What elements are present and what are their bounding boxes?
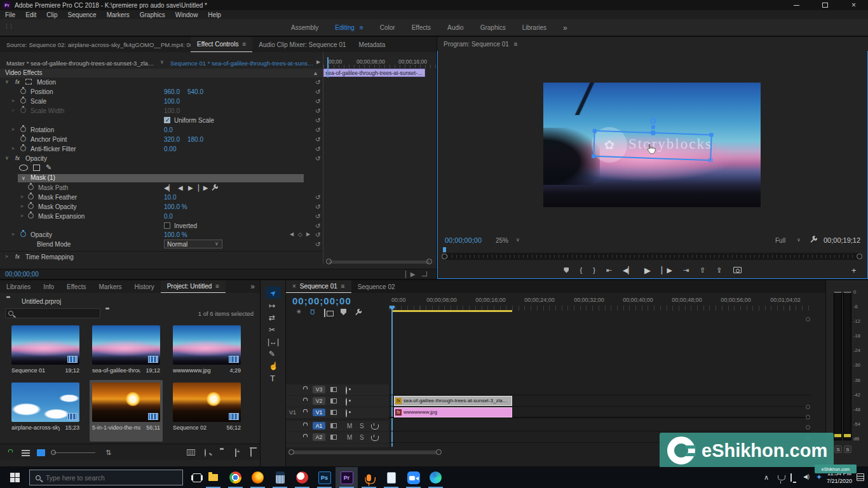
- taskbar-voice-recorder[interactable]: [358, 467, 380, 488]
- uniform-scale-checkbox[interactable]: [164, 117, 170, 123]
- expand-icon[interactable]: [20, 194, 24, 200]
- tab-sequence-01[interactable]: Sequence 01: [286, 280, 351, 293]
- tab-info[interactable]: Info: [37, 280, 60, 293]
- source-patch-v1[interactable]: V1: [289, 409, 296, 416]
- track-scroll-dot[interactable]: [806, 425, 810, 430]
- ec-resize-icon[interactable]: [422, 271, 427, 276]
- scrubber-knob-left[interactable]: [442, 254, 447, 259]
- reset-icon[interactable]: [315, 146, 320, 152]
- reset-icon[interactable]: [315, 155, 320, 162]
- project-search-box[interactable]: [5, 308, 100, 318]
- zoom-slider-knob[interactable]: [51, 450, 56, 455]
- pen-mask-tool-icon[interactable]: [46, 163, 51, 172]
- clip-v1[interactable]: wwwwwww.jpg: [394, 407, 512, 417]
- go-to-out-icon[interactable]: [683, 266, 689, 274]
- item-name[interactable]: wwwwwww.jpg: [173, 367, 211, 376]
- track-badge[interactable]: V3: [313, 386, 325, 393]
- reset-icon[interactable]: [315, 241, 320, 248]
- scale-value[interactable]: 100.0: [164, 98, 180, 105]
- program-scrubber[interactable]: [442, 253, 862, 260]
- tray-show-hidden-icon[interactable]: [764, 473, 769, 482]
- tab-effect-controls[interactable]: Effect Controls: [191, 37, 252, 52]
- taskbar-search-box[interactable]: [29, 470, 183, 485]
- taskbar-notepad[interactable]: [380, 467, 402, 488]
- program-current-timecode[interactable]: 00;00;00;00: [445, 236, 482, 244]
- rotation-value[interactable]: 0.0: [164, 126, 173, 133]
- program-playhead-marker[interactable]: [443, 247, 446, 252]
- track-output-eye-icon[interactable]: [346, 386, 347, 395]
- menu-help[interactable]: Help: [208, 11, 221, 18]
- reset-icon[interactable]: [315, 231, 320, 238]
- workspace-libraries[interactable]: Libraries: [522, 24, 546, 31]
- track-badge-selected[interactable]: V1: [313, 409, 325, 416]
- track-insert-icon[interactable]: [330, 435, 337, 440]
- track-mask-backward-icon[interactable]: [164, 184, 173, 191]
- rotation-label[interactable]: Rotation: [31, 126, 54, 133]
- restore-button[interactable]: [811, 0, 839, 10]
- item-name[interactable]: sea-of-galilee-through-t...: [92, 367, 140, 376]
- track-mask-play-icon[interactable]: [188, 184, 193, 191]
- close-button[interactable]: [839, 0, 868, 10]
- track-insert-icon[interactable]: [330, 410, 337, 415]
- reset-icon[interactable]: [315, 213, 320, 220]
- menu-window[interactable]: Window: [175, 11, 198, 18]
- project-item-thumb[interactable]: [173, 383, 241, 422]
- expand-icon[interactable]: [20, 213, 24, 219]
- ec-master-clip-label[interactable]: Master * sea-of-galilee-through-trees-at…: [6, 60, 156, 67]
- ec-keyframe-area[interactable]: 00;00 00;00;08;00 00;00;16;00 sea-of-gal…: [323, 52, 437, 264]
- taskbar-zoom[interactable]: [402, 467, 424, 488]
- program-zoom-select[interactable]: 25%: [496, 237, 508, 244]
- expand-icon[interactable]: [11, 146, 15, 151]
- add-marker-icon[interactable]: [564, 268, 569, 273]
- track-scroll-dot[interactable]: [806, 405, 810, 409]
- export-frame-icon[interactable]: [733, 267, 742, 273]
- expand-icon[interactable]: [5, 79, 9, 85]
- solo-button[interactable]: S: [360, 434, 364, 441]
- play-button-icon[interactable]: [644, 266, 651, 275]
- mask-feather-value[interactable]: 10.0: [164, 194, 176, 201]
- stopwatch-icon[interactable]: [20, 88, 26, 94]
- reset-icon[interactable]: [315, 98, 320, 105]
- project-item-thumb[interactable]: [92, 325, 160, 365]
- tool-hand[interactable]: [269, 362, 278, 370]
- go-to-in-icon[interactable]: [606, 266, 612, 274]
- ec-ruler-ticks[interactable]: [323, 65, 437, 68]
- taskbar-media-app[interactable]: [291, 467, 313, 488]
- item-name[interactable]: 5-in-1-video-the-man-st...: [92, 424, 140, 433]
- close-tab-icon[interactable]: [292, 283, 296, 290]
- reset-icon[interactable]: [315, 194, 320, 201]
- track-badge[interactable]: V2: [313, 397, 325, 405]
- item-name[interactable]: Sequence 02: [173, 424, 207, 433]
- project-item-thumb[interactable]: [173, 325, 241, 365]
- motion-label[interactable]: Motion: [37, 79, 56, 86]
- taskbar-chrome[interactable]: [224, 467, 247, 488]
- tray-dropbox-icon[interactable]: [816, 473, 822, 482]
- position-x-value[interactable]: 960.0: [164, 88, 180, 95]
- taskbar-file-explorer[interactable]: [202, 467, 224, 488]
- mask-options-wrench-icon[interactable]: [211, 184, 218, 191]
- program-resolution-dropdown-icon[interactable]: [797, 237, 801, 243]
- taskbar-search-input[interactable]: [46, 474, 160, 482]
- expand-icon[interactable]: [20, 203, 24, 209]
- fx-badge[interactable]: fx: [15, 79, 20, 85]
- scrollbar-knob-left[interactable]: [288, 449, 294, 455]
- workspace-overflow-icon[interactable]: »: [563, 24, 567, 32]
- ec-master-collapse-icon[interactable]: [160, 59, 164, 65]
- tab-source-monitor[interactable]: Source: Sequence 02: airplane-across-sky…: [0, 37, 191, 52]
- stopwatch-icon[interactable]: [20, 126, 26, 132]
- workspace-assembly[interactable]: Assembly: [291, 24, 318, 31]
- menu-clip[interactable]: Clip: [46, 11, 57, 18]
- ec-horizontal-scrollbar[interactable]: [329, 261, 430, 264]
- button-editor-icon[interactable]: [851, 266, 857, 275]
- mask-feather-handle-circle[interactable]: [650, 118, 656, 124]
- reset-icon[interactable]: [315, 107, 320, 114]
- position-y-value[interactable]: 540.0: [187, 88, 203, 95]
- snap-icon[interactable]: [310, 308, 315, 315]
- tray-network-display-icon[interactable]: [790, 473, 792, 482]
- next-keyframe-icon[interactable]: [306, 231, 310, 237]
- menu-file[interactable]: File: [5, 11, 15, 18]
- scrollbar-knob-right[interactable]: [436, 449, 442, 455]
- menu-sequence[interactable]: Sequence: [68, 11, 97, 18]
- project-filename[interactable]: Untitled.prproj: [22, 298, 61, 305]
- reset-icon[interactable]: [315, 136, 320, 143]
